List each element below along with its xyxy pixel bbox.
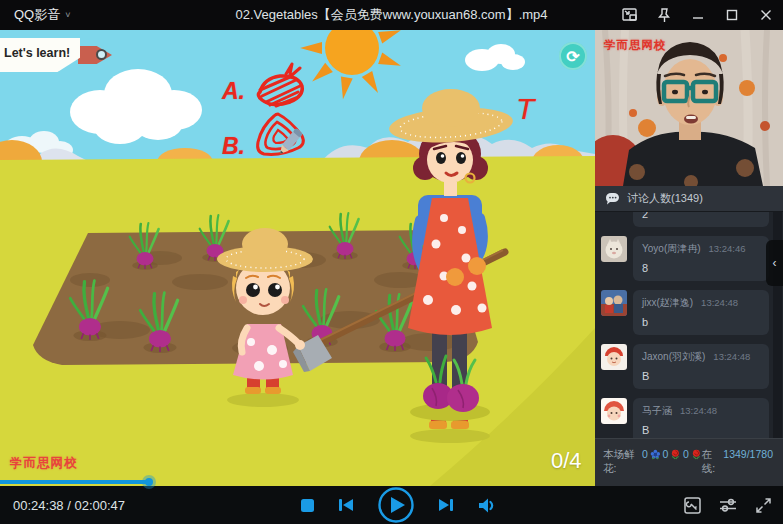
chat-message: Jaxon(羽刘溪)13:24:48 B [601, 344, 783, 389]
video-display[interactable]: Let's learn! A. B. [0, 30, 595, 486]
chat-message-list[interactable]: 2 Yoyo(周津冉)13:24:46 8 [595, 212, 783, 438]
annotation-beet-scribble [246, 62, 308, 116]
discussion-header: 讨论人数(1349) [595, 186, 783, 212]
progress-knob[interactable] [142, 475, 156, 489]
banner-label: Let's learn! [4, 46, 70, 60]
flowers-label: 本场鲜花: [603, 448, 640, 476]
stop-icon [300, 498, 315, 513]
mini-mode-icon [621, 7, 639, 23]
volume-icon [477, 497, 497, 514]
toolbox-wrench-icon [683, 496, 702, 515]
minimize-button[interactable] [681, 0, 715, 30]
chevron-down-icon: ˅ [65, 10, 70, 20]
play-button[interactable] [377, 486, 415, 524]
red-rose-icon [670, 448, 681, 461]
online-label: 在线: [702, 448, 722, 476]
sliders-icon [718, 496, 738, 514]
titlebar: QQ影音 ˅ 02.Vegetables【会员免费www.youxuan68.c… [0, 0, 783, 30]
webcam-video [595, 30, 783, 186]
time-display: 00:24:38 / 02:00:47 [13, 498, 125, 513]
window-title: 02.Vegetables【会员免费www.youxuan68.com】.mp4 [235, 6, 547, 24]
sync-refresh-button[interactable]: ⟳ [559, 42, 587, 70]
previous-button[interactable] [337, 497, 355, 513]
message-time: 13:24:48 [701, 297, 738, 308]
message-text: 2 [642, 212, 760, 220]
flower-count: 0 [683, 448, 689, 460]
annotation-letter-a: A. [222, 78, 245, 105]
stop-button[interactable] [300, 498, 315, 513]
previous-icon [337, 497, 355, 513]
app-menu-button[interactable]: QQ影音 ˅ [0, 6, 71, 24]
discussion-count-label: 讨论人数(1349) [627, 191, 703, 206]
avatar [601, 398, 627, 424]
message-text: B [642, 370, 760, 382]
minimize-icon [691, 8, 705, 22]
app-name: QQ影音 [14, 6, 60, 24]
close-button[interactable] [749, 0, 783, 30]
annotation-letter-b: B. [222, 133, 245, 160]
watermark-top: 学而思网校 [604, 38, 667, 53]
message-author: jixx(赵津逸) [642, 297, 693, 308]
watermark-bottom: 学而思网校 [10, 455, 78, 472]
next-icon [437, 497, 455, 513]
message-author: 马子涵 [642, 405, 672, 416]
chat-message: jixx(赵津逸)13:24:48 b [601, 290, 783, 335]
annotation-triangle-scribble [248, 110, 318, 168]
teacher-webcam: 学而思网校 [595, 30, 783, 186]
refresh-icon: ⟳ [566, 47, 579, 66]
message-time: 13:24:48 [713, 351, 750, 362]
toolbox-button[interactable] [683, 496, 702, 515]
player-control-bar: 00:24:38 / 02:00:47 [0, 486, 783, 524]
progress-fill [0, 480, 149, 484]
online-count: 1349/1780 [723, 448, 773, 460]
next-button[interactable] [437, 497, 455, 513]
message-author: Jaxon(羽刘溪) [642, 351, 705, 362]
avatar [601, 344, 627, 370]
live-side-panel: 学而思网校 讨论人数(1349) 2 [595, 30, 783, 486]
playlist-settings-button[interactable] [718, 496, 738, 514]
close-icon [759, 8, 773, 22]
flower-count: 0 [663, 448, 669, 460]
play-icon [377, 486, 415, 524]
volume-button[interactable] [477, 497, 497, 514]
message-text: B [642, 424, 760, 436]
qq-player-window: QQ影音 ˅ 02.Vegetables【会员免费www.youxuan68.c… [0, 0, 783, 524]
seek-bar[interactable] [0, 478, 783, 486]
chat-bubble-icon [605, 192, 620, 205]
avatar [601, 236, 627, 262]
maximize-button[interactable] [715, 0, 749, 30]
panel-collapse-button[interactable]: ‹ [766, 240, 783, 286]
chat-message: 马子涵13:24:48 B [601, 398, 783, 438]
message-text: b [642, 316, 760, 328]
pin-icon [655, 7, 673, 24]
avatar [601, 290, 627, 316]
banner-ring-icon [96, 49, 107, 60]
message-time: 13:24:46 [709, 243, 746, 254]
chat-message-partial: 2 [633, 212, 769, 227]
fullscreen-button[interactable] [754, 496, 773, 515]
pin-on-top-button[interactable] [647, 0, 681, 30]
chat-message: Yoyo(周津冉)13:24:46 8 [601, 236, 783, 281]
chevron-left-icon: ‹ [773, 256, 777, 270]
message-text: 8 [642, 262, 760, 274]
flower-count: 0 [642, 448, 648, 460]
annotation-letter-t: T [516, 92, 534, 126]
maximize-icon [725, 8, 739, 22]
message-time: 13:24:48 [680, 405, 717, 416]
blue-flower-icon [650, 448, 661, 461]
fullscreen-icon [754, 496, 773, 515]
red-rose-icon [691, 448, 702, 461]
page-counter: 0/4 [551, 448, 582, 474]
message-author: Yoyo(周津冉) [642, 243, 701, 254]
mini-mode-button[interactable] [613, 0, 647, 30]
